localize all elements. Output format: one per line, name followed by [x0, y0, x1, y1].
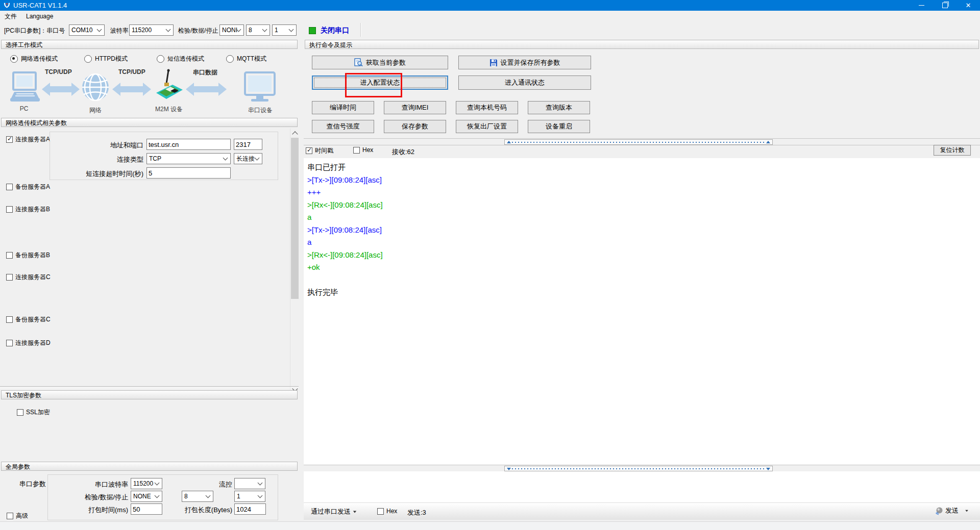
checkbox-icon [6, 340, 13, 346]
scrollbar-thumb[interactable] [291, 138, 299, 299]
device-restart-button[interactable]: 设备重启 [528, 120, 590, 133]
log-line: a [304, 236, 980, 249]
query-version-button[interactable]: 查询版本 [528, 101, 590, 114]
checkbox-label: 高级 [16, 512, 28, 520]
m2m-device-icon [153, 68, 185, 102]
packlen-input[interactable] [234, 503, 266, 515]
com-port-select[interactable]: COM10 [69, 24, 105, 36]
node-label-serial-device: 串口设备 [245, 106, 276, 115]
g-parity-select[interactable]: NONE [131, 491, 162, 502]
g-flow-select[interactable] [234, 478, 265, 489]
reset-counter-button[interactable]: 复位计数 [934, 145, 971, 156]
send-sound-icon [935, 507, 943, 515]
set-save-params-button[interactable]: 设置并保存所有参数 [458, 56, 591, 69]
log-output[interactable]: 串口已打开 >[Tx->][09:08:24][asc] +++ >[Rx<-]… [304, 158, 980, 465]
radio-httpd[interactable]: HTTPD模式 [84, 55, 128, 63]
checkbox-ssl[interactable]: SSL加密 [17, 408, 50, 417]
radio-net-passthrough[interactable]: 网络透传模式 [10, 55, 58, 63]
splitter-handle[interactable] [504, 139, 773, 145]
checkbox-icon [6, 252, 13, 259]
checkbox-icon [377, 508, 384, 515]
compile-time-button[interactable]: 编译时间 [312, 101, 374, 114]
databits-select[interactable]: 8 [246, 24, 270, 36]
radio-icon [157, 55, 164, 63]
minimize-button[interactable] [910, 0, 933, 11]
get-params-button[interactable]: 获取当前参数 [312, 56, 448, 69]
serial-toolbar: [PC串口参数]：串口号 COM10 波特率 115200 检验/数据/停止 N… [0, 22, 980, 38]
query-imei-button[interactable]: 查询IMEI [384, 101, 446, 114]
checkbox-backup-server-b[interactable]: 备份服务器B [6, 251, 50, 260]
checkbox-label: 连接服务器B [15, 205, 50, 214]
checkbox-backup-server-c[interactable]: 备份服务器C [6, 315, 51, 324]
g-stopbits-select[interactable]: 1 [234, 491, 265, 502]
checkbox-icon [306, 147, 312, 154]
button-label: 获取当前参数 [366, 58, 406, 67]
button-label: 复位计数 [940, 146, 965, 155]
splitter-handle[interactable] [504, 466, 773, 471]
save-params-button[interactable]: 保存参数 [384, 120, 446, 133]
link-label-tcp2: TCP/UDP [118, 68, 145, 75]
checkbox-server-d[interactable]: 连接服务器D [6, 339, 51, 347]
checkbox-hex-send[interactable]: Hex [377, 508, 397, 515]
left-panel-scrollbar[interactable] [290, 129, 299, 394]
checkbox-backup-server-a[interactable]: 备份服务器A [6, 183, 50, 191]
checkbox-server-a[interactable]: 连接服务器A [6, 135, 50, 144]
checkbox-label: 连接服务器A [15, 135, 50, 144]
port-input[interactable] [234, 139, 262, 150]
send-button[interactable]: 发送 [932, 506, 972, 516]
port-open-indicator-icon [309, 27, 316, 34]
node-label-network: 网络 [82, 106, 109, 115]
g-databits-select[interactable]: 8 [182, 491, 213, 502]
workmode-header: 选择工作模式 [1, 40, 298, 49]
send-input[interactable] [304, 471, 980, 502]
checkbox-advanced[interactable]: 高级 [7, 512, 28, 520]
serial-device-icon [244, 71, 276, 103]
arrow-network-m2m-icon [112, 83, 151, 96]
checkbox-server-c[interactable]: 连接服务器C [6, 273, 51, 282]
keepalive-select[interactable]: 长连接 [234, 153, 262, 164]
stopbits-select[interactable]: 1 [272, 24, 297, 36]
query-signal-button[interactable]: 查信号强度 [312, 120, 374, 133]
enter-comm-state-button[interactable]: 进入通讯状态 [458, 75, 591, 90]
log-line: >[Rx<-][09:08:24][asc] [304, 199, 980, 212]
checkbox-timestamp[interactable]: 时间戳 [306, 146, 333, 155]
net-params-header: 网络透传模式相关参数 [1, 118, 298, 127]
checkbox-label: SSL加密 [26, 408, 50, 417]
radio-sms-passthrough[interactable]: 短信透传模式 [157, 55, 204, 63]
log-line: 执行完毕 [304, 286, 980, 299]
address-input[interactable] [146, 139, 231, 150]
log-bottom-splitter[interactable] [304, 465, 980, 472]
com-port-label: [PC串口参数]：串口号 [4, 27, 65, 35]
g-baud-select[interactable]: 115200 [131, 478, 162, 489]
button-label: 查询版本 [546, 103, 572, 112]
send-via-serial-dropdown[interactable]: 通过串口发送 [308, 507, 360, 517]
timeout-input[interactable] [146, 167, 231, 179]
checkbox-icon [7, 513, 13, 519]
close-port-button[interactable]: 关闭串口 [317, 26, 352, 36]
link-label-serial: 串口数据 [193, 68, 217, 77]
chevron-down-icon [353, 511, 356, 513]
pc-icon [9, 71, 41, 104]
menu-language[interactable]: Language [21, 11, 58, 22]
baud-select[interactable]: 115200 [129, 24, 174, 36]
app-logo-icon [3, 2, 11, 9]
menu-file[interactable]: 文件 [0, 11, 21, 22]
restore-button[interactable] [933, 0, 957, 11]
recv-count: 接收:62 [392, 147, 414, 157]
checkbox-server-b[interactable]: 连接服务器B [6, 205, 50, 214]
baud-label: 波特率 [110, 27, 129, 35]
checkbox-hex-recv[interactable]: Hex [353, 146, 373, 154]
log-top-splitter[interactable] [304, 138, 980, 145]
enter-config-state-button[interactable]: 进入配置状态 [312, 75, 448, 90]
button-label: 保存参数 [402, 122, 428, 131]
parity-select[interactable]: NONI [219, 24, 244, 36]
window-title: USR-CAT1 V1.1.4 [13, 2, 67, 9]
left-splitter[interactable] [0, 386, 299, 388]
scroll-up-icon[interactable] [290, 129, 299, 137]
factory-reset-button[interactable]: 恢复出厂设置 [456, 120, 518, 133]
query-number-button[interactable]: 查询本机号码 [456, 101, 518, 114]
radio-mqtt[interactable]: MQTT模式 [226, 55, 266, 63]
close-button[interactable]: ✕ [957, 0, 980, 11]
packtime-input[interactable] [131, 503, 162, 515]
conn-type-select[interactable]: TCP [146, 153, 231, 164]
